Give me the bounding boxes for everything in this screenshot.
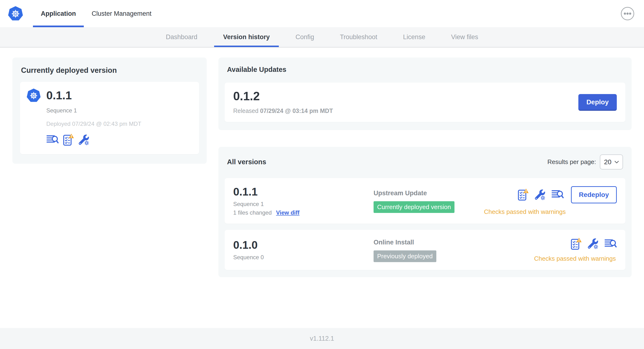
version-source-block: Online Install Previously deployed — [374, 238, 534, 262]
checks-status-text: Checks passed with warnings — [484, 208, 566, 216]
all-versions-title: All versions — [227, 158, 266, 166]
available-updates-card: Available Updates 0.1.2 Released 07/29/2… — [218, 58, 632, 130]
chevron-down-icon — [614, 161, 619, 164]
view-diff-icon-button[interactable] — [46, 135, 59, 145]
kots-admin-console: Application Cluster Management Dashboard… — [0, 0, 644, 349]
preflight-checks-icon-button[interactable] — [518, 188, 529, 201]
overflow-menu-button[interactable] — [620, 7, 634, 20]
version-info: 0.1.0 Sequence 0 — [233, 239, 374, 261]
preflight-checks-warning-icon — [63, 134, 74, 146]
view-diff-icon-button[interactable] — [552, 190, 564, 200]
kubernetes-logo-icon — [8, 6, 23, 21]
version-sequence: Sequence 1 — [233, 201, 374, 208]
subnav-item-view-files[interactable]: View files — [442, 27, 488, 47]
files-changed-text: 1 files changed — [233, 209, 272, 216]
top-bar: Application Cluster Management — [0, 0, 644, 27]
topbar-spacer — [160, 0, 620, 27]
status-badge: Currently deployed version — [374, 201, 454, 213]
results-per-page-select[interactable]: 20 — [600, 154, 623, 170]
redeploy-button[interactable]: Redeploy — [571, 186, 617, 204]
ellipsis-icon — [620, 7, 634, 20]
version-info: 0.1.1 Sequence 1 1 files changed View di… — [233, 186, 374, 216]
view-diff-icon-button[interactable] — [604, 239, 617, 249]
subnav-item-version-history[interactable]: Version history — [214, 27, 279, 47]
version-actions-block: Redeploy Checks passed with warnings — [484, 186, 617, 216]
update-version-number: 0.1.2 — [233, 90, 333, 102]
config-icon-button[interactable] — [78, 134, 90, 146]
update-info: 0.1.2 Released 07/29/24 @ 03:14 pm MDT — [233, 90, 333, 114]
version-sequence: Sequence 0 — [233, 254, 374, 261]
config-icon-button[interactable] — [588, 238, 599, 249]
all-versions-card: All versions Results per page: 20 0.1.1 … — [218, 147, 632, 277]
top-tabs: Application Cluster Management — [33, 0, 160, 27]
tab-cluster-management[interactable]: Cluster Management — [84, 0, 160, 27]
all-versions-header: All versions Results per page: 20 — [227, 154, 623, 170]
diff-icon — [604, 239, 617, 249]
version-actions-block: Checks passed with warnings — [534, 238, 617, 262]
status-badge: Previously deployed — [374, 250, 436, 262]
results-per-page-label: Results per page: — [547, 158, 596, 166]
config-icon — [78, 134, 90, 146]
deployed-version-panel: 0.1.1 Sequence 1 Deployed 07/29/24 @ 02:… — [20, 82, 199, 154]
config-icon-button[interactable] — [535, 189, 546, 200]
version-row-0-1-1: 0.1.1 Sequence 1 1 files changed View di… — [224, 178, 626, 224]
currently-deployed-card: Currently deployed version 0.1.1 Sequenc… — [12, 58, 207, 164]
version-source: Online Install — [374, 239, 534, 246]
subnav-item-config[interactable]: Config — [286, 27, 323, 47]
footer: v1.112.1 — [0, 328, 644, 349]
deployed-version-actions — [46, 134, 192, 146]
diff-icon — [552, 190, 564, 200]
deploy-button[interactable]: Deploy — [578, 94, 617, 111]
version-number: 0.1.1 — [233, 186, 374, 198]
main-content: Currently deployed version 0.1.1 Sequenc… — [0, 48, 644, 328]
results-per-page-value: 20 — [604, 158, 611, 166]
subnav-item-troubleshoot[interactable]: Troubleshoot — [331, 27, 386, 47]
deployed-version-number: 0.1.1 — [46, 89, 72, 102]
config-icon — [535, 189, 546, 200]
preflight-checks-icon-button[interactable] — [63, 134, 74, 146]
version-source-block: Upstream Update Currently deployed versi… — [374, 188, 484, 213]
checks-status-text: Checks passed with warnings — [534, 255, 616, 262]
update-released-line: Released 07/29/24 @ 03:14 pm MDT — [233, 108, 333, 114]
available-updates-title: Available Updates — [227, 66, 626, 74]
preflight-checks-warning-icon — [518, 188, 529, 201]
version-row-0-1-0: 0.1.0 Sequence 0 Online Install Previous… — [224, 230, 626, 270]
right-column: Available Updates 0.1.2 Released 07/29/2… — [218, 58, 632, 277]
deployed-sequence: Sequence 1 — [46, 107, 192, 114]
released-date: 07/29/24 @ 03:14 pm MDT — [260, 108, 333, 114]
diff-icon — [46, 135, 59, 145]
console-version: v1.112.1 — [310, 335, 334, 342]
tab-application[interactable]: Application — [33, 0, 84, 27]
deployed-timestamp: Deployed 07/29/24 @ 02:43 pm MDT — [46, 120, 192, 127]
results-per-page: Results per page: 20 — [547, 154, 623, 170]
preflight-checks-warning-icon — [571, 238, 582, 250]
subnav-item-dashboard[interactable]: Dashboard — [157, 27, 206, 47]
view-diff-link[interactable]: View diff — [276, 209, 299, 216]
config-icon — [588, 238, 599, 249]
update-row: 0.1.2 Released 07/29/24 @ 03:14 pm MDT D… — [224, 82, 626, 122]
kubernetes-app-icon — [27, 88, 40, 102]
version-number: 0.1.0 — [233, 239, 374, 251]
currently-deployed-title: Currently deployed version — [21, 66, 199, 75]
version-source: Upstream Update — [374, 190, 484, 197]
app-subnav: Dashboard Version history Config Trouble… — [0, 27, 644, 48]
released-prefix: Released — [233, 108, 258, 114]
subnav-item-license[interactable]: License — [394, 27, 434, 47]
preflight-checks-icon-button[interactable] — [571, 238, 582, 250]
app-logo — [8, 0, 23, 27]
